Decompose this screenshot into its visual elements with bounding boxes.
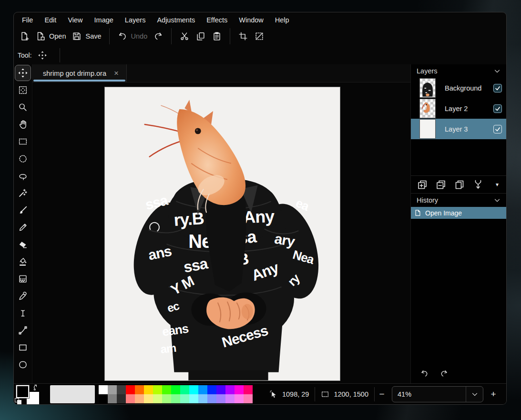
add-layer-icon[interactable] — [417, 179, 428, 190]
palette-swatch[interactable] — [99, 385, 108, 394]
palette-swatch[interactable] — [216, 394, 225, 403]
zoom-out-button[interactable]: − — [375, 387, 389, 401]
paste-button[interactable] — [209, 29, 225, 44]
menu-image[interactable]: Image — [89, 15, 119, 25]
canvas-page[interactable]: ssary.BAnyeaNeessaaryNeaansssay.BAnyryY … — [104, 87, 340, 381]
document-tab[interactable]: shrimp got drimp.ora × — [32, 64, 126, 82]
palette-swatch[interactable] — [225, 394, 235, 403]
layer-visibility-checkbox[interactable] — [493, 125, 502, 133]
layer-row-background[interactable]: Background — [411, 78, 506, 98]
tool-line-curve[interactable] — [14, 322, 31, 339]
remove-layer-icon[interactable] — [435, 179, 447, 190]
layer-more-options-caret-icon[interactable]: ▾ — [496, 181, 501, 188]
recently-used-colors[interactable] — [50, 385, 95, 403]
tool-gradient[interactable] — [14, 270, 31, 287]
tool-eraser[interactable] — [14, 236, 31, 253]
palette-swatch[interactable] — [117, 394, 126, 403]
tool-color-picker[interactable] — [14, 287, 31, 305]
palette-swatch[interactable] — [171, 385, 180, 394]
tool-lasso-select[interactable] — [14, 167, 31, 184]
palette-swatch[interactable] — [126, 394, 135, 403]
tool-pencil[interactable] — [14, 219, 31, 236]
palette-swatch[interactable] — [162, 394, 171, 403]
menu-file[interactable]: File — [17, 15, 38, 25]
layers-panel-header[interactable]: Layers — [411, 64, 506, 78]
palette-swatch[interactable] — [189, 394, 198, 403]
palette-swatch[interactable] — [162, 385, 171, 394]
zoom-in-button[interactable]: + — [486, 387, 501, 401]
color-picker-widget[interactable] — [15, 384, 44, 404]
palette-swatch[interactable] — [244, 394, 253, 403]
tool-rectangle-select[interactable] — [14, 133, 31, 150]
open-image-button[interactable]: Open — [33, 29, 68, 44]
palette-swatch[interactable] — [235, 385, 244, 394]
tool-ellipse-select[interactable] — [14, 150, 31, 167]
primary-color-swatch[interactable] — [16, 385, 29, 398]
history-redo-icon[interactable] — [439, 369, 449, 378]
palette-swatch[interactable] — [144, 394, 153, 403]
zoom-level-combobox[interactable]: 41% — [392, 386, 483, 402]
swap-colors-icon[interactable] — [30, 383, 38, 391]
deselect-button[interactable] — [252, 29, 267, 44]
tool-pan[interactable] — [14, 116, 31, 133]
palette-swatch[interactable] — [108, 394, 117, 403]
menu-effects[interactable]: Effects — [201, 15, 233, 25]
tool-paintbrush[interactable] — [14, 202, 31, 219]
palette-swatch[interactable] — [207, 385, 216, 394]
crop-button[interactable] — [235, 29, 251, 44]
palette-swatch[interactable] — [216, 385, 225, 394]
menu-window[interactable]: Window — [234, 15, 269, 25]
palette-swatch[interactable] — [180, 385, 189, 394]
palette-swatch[interactable] — [171, 394, 180, 403]
reset-colors-icon[interactable] — [15, 398, 22, 405]
palette-swatch[interactable] — [108, 385, 117, 394]
tool-move-selection[interactable] — [14, 82, 31, 99]
zoom-dropdown-button[interactable] — [466, 387, 483, 402]
tool-rectangle[interactable] — [14, 339, 31, 356]
redo-button[interactable] — [151, 29, 166, 44]
palette-swatch[interactable] — [198, 385, 207, 394]
palette-swatch[interactable] — [235, 394, 244, 403]
undo-button[interactable]: Undo — [115, 29, 150, 44]
layer-row-layer3[interactable]: Layer 3 — [411, 119, 506, 139]
tool-zoom[interactable] — [14, 99, 31, 116]
menu-help[interactable]: Help — [270, 15, 295, 25]
palette-swatch[interactable] — [126, 385, 135, 394]
history-item-open-image[interactable]: Open Image — [411, 207, 506, 219]
palette-swatch[interactable] — [153, 394, 162, 403]
layer-visibility-checkbox[interactable] — [493, 104, 502, 113]
copy-button[interactable] — [193, 29, 208, 44]
palette-swatch[interactable] — [153, 385, 162, 394]
palette-swatch[interactable] — [99, 394, 108, 403]
cut-button[interactable] — [177, 29, 192, 44]
layer-visibility-checkbox[interactable] — [493, 84, 502, 92]
canvas-scroll-area[interactable]: ssary.BAnyeaNeessaaryNeaansssay.BAnyryY … — [32, 82, 410, 383]
palette-swatch[interactable] — [189, 385, 198, 394]
history-panel-header[interactable]: History — [411, 194, 506, 207]
menu-adjustments[interactable]: Adjustments — [152, 15, 200, 25]
palette-swatch[interactable] — [135, 385, 144, 394]
palette-swatch[interactable] — [244, 385, 253, 394]
palette-swatch[interactable] — [135, 394, 144, 403]
new-image-button[interactable] — [17, 29, 32, 44]
history-undo-icon[interactable] — [420, 369, 429, 378]
palette-swatch[interactable] — [207, 394, 216, 403]
palette-swatch[interactable] — [225, 385, 235, 394]
palette-swatch[interactable] — [180, 394, 189, 403]
layer-row-layer2[interactable]: Layer 2 — [411, 98, 506, 119]
tab-close-icon[interactable]: × — [114, 69, 119, 77]
tool-rounded-rectangle[interactable] — [14, 356, 31, 373]
tool-move-selected[interactable] — [15, 65, 31, 81]
save-button[interactable]: Save — [69, 29, 103, 44]
palette-swatch[interactable] — [117, 385, 126, 394]
palette-swatch[interactable] — [144, 385, 153, 394]
tool-magic-wand[interactable] — [14, 184, 31, 202]
menu-layers[interactable]: Layers — [120, 15, 151, 25]
palette-swatch[interactable] — [198, 394, 207, 403]
tool-paint-bucket[interactable] — [14, 253, 31, 270]
merge-layer-down-icon[interactable] — [472, 179, 484, 190]
menu-view[interactable]: View — [62, 15, 88, 25]
duplicate-layer-icon[interactable] — [454, 179, 465, 190]
menu-edit[interactable]: Edit — [39, 15, 61, 25]
tool-text[interactable] — [14, 305, 31, 322]
